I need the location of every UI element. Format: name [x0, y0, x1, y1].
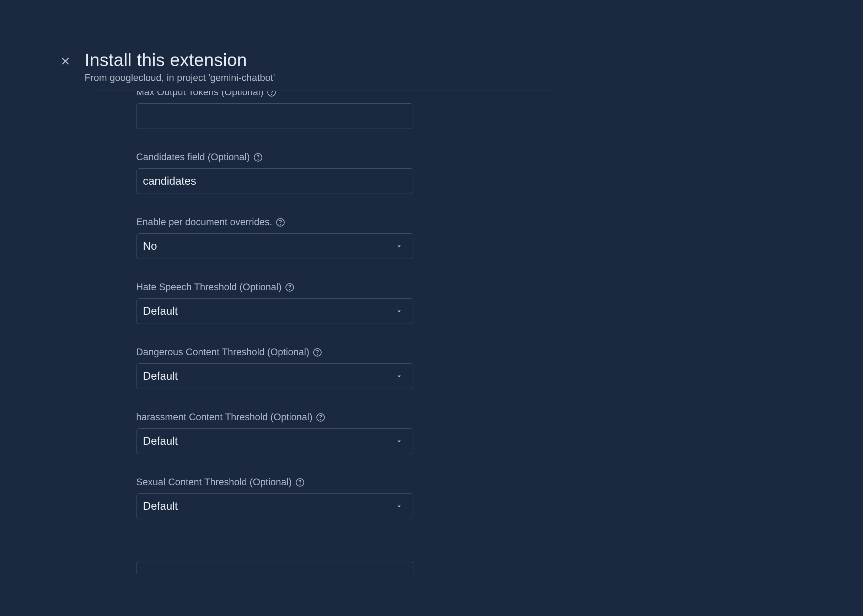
- hate-speech-select[interactable]: Default: [136, 299, 413, 324]
- help-icon[interactable]: [254, 153, 263, 162]
- sexual-content-select[interactable]: Default: [136, 493, 413, 519]
- field-candidates: Candidates field (Optional): [136, 152, 413, 194]
- field-max-output-tokens: Max Output Tokens (Optional): [136, 91, 413, 129]
- field-label-dangerous-content: Dangerous Content Threshold (Optional): [136, 347, 309, 358]
- field-label-harassment-content: harassment Content Threshold (Optional): [136, 412, 312, 423]
- svg-point-9: [290, 289, 290, 289]
- field-label-candidates: Candidates field (Optional): [136, 152, 250, 163]
- help-icon[interactable]: [316, 413, 325, 422]
- max-output-tokens-input[interactable]: [136, 104, 413, 129]
- enable-overrides-select[interactable]: No: [136, 233, 413, 259]
- field-sexual-content: Sexual Content Threshold (Optional) Defa…: [136, 477, 413, 519]
- field-hate-speech: Hate Speech Threshold (Optional) Default: [136, 282, 413, 324]
- page-subtitle: From googlecloud, in project 'gemini-cha…: [85, 72, 275, 83]
- field-enable-overrides: Enable per document overrides. No: [136, 217, 413, 259]
- field-label-enable-overrides: Enable per document overrides.: [136, 217, 272, 228]
- help-icon[interactable]: [313, 348, 322, 357]
- chevron-down-icon: [395, 307, 406, 315]
- select-value: No: [143, 240, 157, 253]
- chevron-down-icon: [395, 242, 406, 250]
- svg-point-7: [280, 224, 280, 224]
- help-icon[interactable]: [267, 91, 276, 97]
- close-icon: [60, 56, 70, 68]
- field-label-max-output-tokens: Max Output Tokens (Optional): [136, 91, 263, 98]
- field-label-sexual-content: Sexual Content Threshold (Optional): [136, 477, 292, 488]
- field-harassment-content: harassment Content Threshold (Optional) …: [136, 412, 413, 454]
- chevron-down-icon: [395, 502, 406, 510]
- page-header: Install this extension From googlecloud,…: [60, 50, 863, 83]
- form-container: Max Output Tokens (Optional) Candidates …: [136, 91, 413, 599]
- field-dangerous-content: Dangerous Content Threshold (Optional) D…: [136, 347, 413, 389]
- select-value: Default: [143, 305, 178, 317]
- svg-point-11: [317, 354, 318, 354]
- field-label-hate-speech: Hate Speech Threshold (Optional): [136, 282, 282, 293]
- svg-point-5: [258, 159, 258, 159]
- help-icon[interactable]: [295, 478, 305, 487]
- harassment-content-select[interactable]: Default: [136, 428, 413, 454]
- svg-point-13: [321, 419, 321, 419]
- partial-next-field: [136, 562, 413, 574]
- chevron-down-icon: [395, 372, 406, 380]
- close-button[interactable]: [60, 56, 70, 68]
- candidates-field-input[interactable]: [136, 168, 413, 194]
- select-value: Default: [143, 370, 178, 383]
- select-value: Default: [143, 500, 178, 512]
- help-icon[interactable]: [276, 218, 285, 227]
- help-icon[interactable]: [285, 283, 294, 292]
- page-title: Install this extension: [85, 50, 275, 70]
- chevron-down-icon: [395, 437, 406, 445]
- dangerous-content-select[interactable]: Default: [136, 363, 413, 389]
- select-value: Default: [143, 435, 178, 448]
